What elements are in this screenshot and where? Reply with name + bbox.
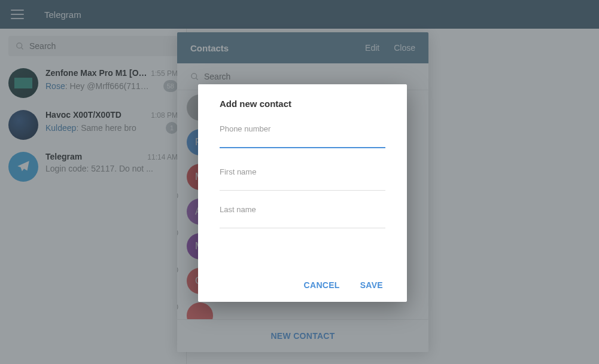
modal-title: Add new contact — [220, 99, 385, 109]
first-name-label: First name — [220, 167, 256, 176]
cancel-button[interactable]: CANCEL — [304, 280, 340, 290]
phone-label: Phone number — [220, 124, 270, 133]
add-contact-modal: Add new contact Phone number First name … — [198, 84, 407, 302]
modal-actions: CANCEL SAVE — [220, 280, 385, 290]
phone-field-group: Phone number — [220, 129, 385, 148]
last-name-field-group: Last name — [220, 210, 385, 228]
save-button[interactable]: SAVE — [360, 280, 383, 290]
first-name-field-group: First name — [220, 172, 385, 191]
last-name-label: Last name — [220, 205, 256, 214]
